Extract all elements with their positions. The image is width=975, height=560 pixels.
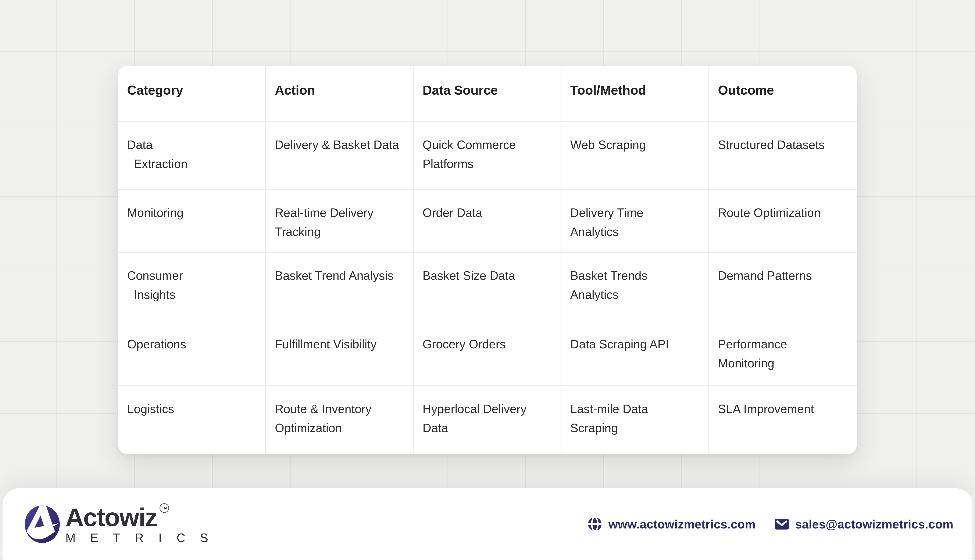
table-cell: Consumer Insights — [118, 253, 266, 321]
table-cell: Operations — [118, 321, 266, 386]
actowiz-logo-icon — [25, 505, 60, 544]
brand-text: Actowiz TM M E T R I C S — [65, 505, 214, 544]
table-cell: Route Optimization — [709, 190, 857, 253]
table-cell: Basket Size Data — [413, 253, 561, 321]
column-header-data-source: Data Source — [413, 66, 561, 122]
table-cell: Data Extraction — [118, 122, 266, 190]
table-cell: Basket Trend Analysis — [266, 253, 413, 321]
table-cell: Logistics — [118, 386, 266, 454]
table-cell: Grocery Orders — [413, 321, 561, 386]
trademark-text: TM — [162, 506, 167, 510]
email-link[interactable]: sales@actowizmetrics.com — [795, 517, 953, 531]
envelope-icon — [775, 519, 789, 530]
table-cell: Route & Inventory Optimization — [266, 386, 413, 454]
table-cell: Real-time Delivery Tracking — [266, 190, 413, 253]
website-contact: www.actowizmetrics.com — [587, 517, 756, 532]
table-cell: Hyperlocal Delivery Data — [413, 386, 561, 454]
column-header-category: Category — [118, 66, 266, 122]
table-cell: SLA Improvement — [709, 386, 857, 454]
table-cell: Performance Monitoring — [709, 321, 857, 386]
table-cell: Fulfillment Visibility — [266, 321, 413, 386]
table-cell: Web Scraping — [562, 122, 709, 190]
table-cell: Basket Trends Analytics — [562, 253, 709, 321]
table-cell: Demand Patterns — [709, 253, 857, 321]
table-cell: Structured Datasets — [709, 122, 857, 190]
brand-subtitle: M E T R I C S — [65, 532, 214, 544]
page: Category Action Data Source Tool/Method … — [0, 0, 975, 560]
footer-bar: Actowiz TM M E T R I C S www.actowizmetr… — [3, 488, 972, 560]
table-cell: Last-mile Data Scraping — [562, 386, 709, 454]
globe-icon — [587, 517, 602, 532]
website-link[interactable]: www.actowizmetrics.com — [609, 517, 756, 531]
contact-links: www.actowizmetrics.com sales@actowizmetr… — [587, 517, 953, 532]
table-cell: Delivery & Basket Data — [266, 122, 413, 190]
table-cell: Monitoring — [118, 190, 266, 253]
column-header-action: Action — [266, 66, 413, 122]
data-table-card: Category Action Data Source Tool/Method … — [118, 66, 857, 454]
column-header-tool-method: Tool/Method — [562, 66, 709, 122]
table-cell: Order Data — [413, 190, 561, 253]
email-contact: sales@actowizmetrics.com — [775, 517, 953, 531]
brand-lockup: Actowiz TM M E T R I C S — [25, 505, 214, 544]
brand-name: Actowiz — [65, 505, 157, 530]
table-cell: Data Scraping API — [562, 321, 709, 386]
column-header-outcome: Outcome — [709, 66, 857, 122]
trademark-badge: TM — [159, 503, 169, 513]
table-cell: Delivery Time Analytics — [562, 190, 709, 253]
table-cell: Quick Commerce Platforms — [413, 122, 561, 190]
